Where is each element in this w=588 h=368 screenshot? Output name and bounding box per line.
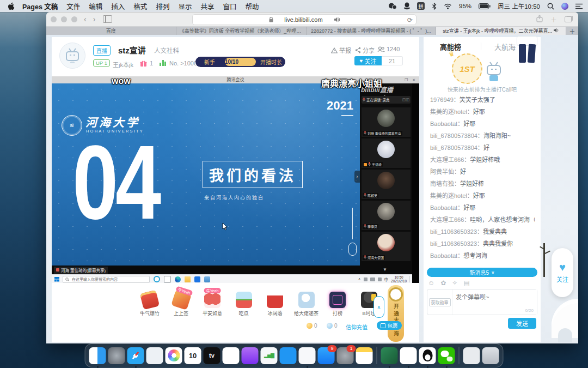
chat-user[interactable]: 阿黄半仙： xyxy=(430,168,460,175)
dock-icon-appletv[interactable]: tv xyxy=(204,347,220,364)
gift-icon-7[interactable] xyxy=(329,292,346,308)
browser-tab[interactable]: 百度 xyxy=(46,27,176,35)
dock-icon-photos[interactable] xyxy=(166,347,182,364)
menubar-menu-item[interactable]: 文件 xyxy=(66,1,80,11)
streamer-avatar[interactable] xyxy=(59,43,85,69)
dock-icon-numbers[interactable] xyxy=(261,347,278,364)
url-input[interactable] xyxy=(275,16,332,23)
input-method-icon[interactable]: 拼 xyxy=(417,2,425,10)
chat-user[interactable]: 大连理工666： xyxy=(430,156,470,163)
chat-message[interactable]: 集美的迷hotel：好耶 xyxy=(430,190,535,202)
dock-icon-keynote[interactable] xyxy=(280,347,297,364)
chat-user[interactable]: 集美的迷hotel： xyxy=(430,192,473,199)
chat-message[interactable]: Baobaotat：好耶 xyxy=(430,202,535,214)
package-button[interactable]: 包裹 xyxy=(377,321,402,330)
chat-message-list[interactable]: 1976949：笑笑子太强了集美的迷hotel：好耶Baobaotat：好耶bi… xyxy=(430,94,535,262)
gift-icon-6[interactable] xyxy=(298,292,315,308)
danmaku-color-icon[interactable]: ✿ xyxy=(440,279,446,287)
apple-menu-icon[interactable] xyxy=(8,2,15,10)
wechat-menubar-icon[interactable] xyxy=(388,3,397,10)
level-right[interactable]: 开播时长 xyxy=(257,58,285,66)
chat-message[interactable]: 集美的迷hotel：好耶 xyxy=(430,106,535,118)
wifi-icon[interactable] xyxy=(444,3,452,9)
gift-item[interactable]: 牛气爆竹 xyxy=(134,288,165,317)
open-fleet-banner[interactable]: 开通大航海 xyxy=(388,285,404,342)
dock-icon-notes[interactable] xyxy=(356,347,373,364)
new-messages-button[interactable]: 新消息5∨ xyxy=(427,268,537,277)
chat-message[interactable]: bili_67800573804：海阳海阳~ xyxy=(430,130,535,142)
dock-icon-launchpad[interactable] xyxy=(108,347,125,364)
menubar-menu-item[interactable]: 窗口 xyxy=(223,1,236,11)
forward-button[interactable]: › xyxy=(93,15,96,23)
menubar-menu-item[interactable]: 编辑 xyxy=(89,1,102,11)
dock-icon-reminders[interactable] xyxy=(223,347,240,364)
gift-item[interactable]: 给大佬递茶 xyxy=(291,288,322,317)
gift-item[interactable]: 牛Yeah平安如意 xyxy=(197,288,228,317)
dock-icon-stack[interactable] xyxy=(463,347,480,364)
share-icon[interactable] xyxy=(536,15,543,24)
chat-user[interactable]: bili_11063650323： xyxy=(430,228,483,235)
notification-center-icon[interactable] xyxy=(575,3,583,9)
follow-button[interactable]: ♥关注 xyxy=(354,56,382,65)
chat-user[interactable]: 大连理工666： xyxy=(430,216,470,223)
tab-overview-icon[interactable] xyxy=(565,16,572,22)
chat-user[interactable]: bili_67800573804： xyxy=(430,132,483,139)
dock-icon-settings[interactable]: 1 xyxy=(337,347,354,364)
back-button[interactable]: ‹ xyxy=(84,15,87,23)
gift-collapse-button[interactable]: ∧ xyxy=(373,296,384,318)
dock-icon-mail[interactable] xyxy=(146,347,163,364)
menubar-menu-item[interactable]: 显示 xyxy=(178,1,192,11)
gift-item[interactable]: 冰阔落 xyxy=(260,288,290,317)
dock-icon-wechat[interactable] xyxy=(438,347,455,364)
gift-item[interactable]: 打榜 xyxy=(322,288,353,317)
chat-message[interactable]: 南墙有独：学姐好棒 xyxy=(430,178,535,190)
close-window-button[interactable] xyxy=(51,16,57,22)
chat-message[interactable]: bili_67800573804：好 xyxy=(430,142,535,154)
strip-scroll-down-icon[interactable]: ▼ xyxy=(383,267,387,272)
chat-message[interactable]: bili_11063650323：典典我爱你 xyxy=(430,238,535,250)
sidebar-toggle-icon[interactable] xyxy=(103,15,112,23)
address-bar[interactable]: ⟳ xyxy=(192,14,416,25)
spotlight-icon[interactable] xyxy=(547,3,554,10)
tab-audio-mute-icon[interactable] xyxy=(334,15,340,25)
browser-tab[interactable]: 22820772 - 搜索结果 - 哔哩哔哩弹幕视频网 - ( ゜- ゜)... xyxy=(307,27,437,35)
dock-icon-podcasts[interactable] xyxy=(242,347,259,364)
chat-message[interactable]: 阿黄半仙：好 xyxy=(430,166,535,178)
recharge-link[interactable]: 信仰充值 xyxy=(346,323,367,331)
block-settings-icon[interactable]: ▤ xyxy=(463,279,469,287)
chat-user[interactable]: 1976949： xyxy=(430,96,460,103)
chat-message[interactable]: bili_11063650323：我爱典典 xyxy=(430,226,535,238)
dock-icon-pages[interactable] xyxy=(299,347,316,364)
new-tab-icon[interactable]: ＋ xyxy=(550,15,557,24)
zoom-window-button[interactable] xyxy=(71,16,77,22)
gift-item[interactable]: 牛Yeah上上签 xyxy=(166,288,197,317)
share-room-button[interactable]: 分享 xyxy=(355,46,375,55)
gift-icon-2[interactable]: 牛Yeah xyxy=(171,289,192,310)
menubar-clock[interactable]: 周三 上午10:50 xyxy=(498,2,540,10)
chat-message[interactable]: 大连理工666：哇哟，人家也想考河海（￣∨￣） xyxy=(430,214,535,226)
live-video-player[interactable]: 腾讯会议 ❐ ✕ ≋ 河海大学 HOHAI UNIVERSITY 2021 04… xyxy=(52,76,419,283)
dock-icon-excel[interactable] xyxy=(381,347,398,364)
menubar-menu-item[interactable]: 插入 xyxy=(111,1,125,11)
siri-icon[interactable] xyxy=(561,3,568,10)
chat-message[interactable]: 1976949：笑笑子太强了 xyxy=(430,94,535,106)
dock-icon-calendar[interactable]: 10 xyxy=(185,347,201,364)
dock-icon-qq[interactable] xyxy=(419,347,436,364)
chat-user[interactable]: Baobaotat： xyxy=(430,204,463,211)
chat-user[interactable]: 南墙有独： xyxy=(430,180,460,187)
tab-fleet[interactable]: 大航海 xyxy=(494,41,516,52)
tab-audio-icon[interactable] xyxy=(554,28,559,34)
gift-icon-1[interactable] xyxy=(140,290,160,310)
menubar-menu-item[interactable]: 帮助 xyxy=(245,1,259,11)
dock-icon-trash[interactable] xyxy=(482,347,499,364)
report-button[interactable]: 举报 xyxy=(331,46,351,55)
danmaku-effect-icon[interactable]: ✧ xyxy=(452,279,457,287)
room-category[interactable]: 人文社科 xyxy=(154,46,179,55)
send-button[interactable]: 发送 xyxy=(508,318,536,329)
minimize-window-button[interactable] xyxy=(61,16,67,22)
qq-menubar-icon[interactable] xyxy=(404,2,410,10)
chat-message[interactable]: Baobaotat：想考河海 xyxy=(430,250,535,262)
up-name[interactable]: 王jk本jk xyxy=(113,60,133,69)
gift-icon-4[interactable] xyxy=(236,292,252,308)
gift-item[interactable]: 吃瓜 xyxy=(229,288,259,317)
